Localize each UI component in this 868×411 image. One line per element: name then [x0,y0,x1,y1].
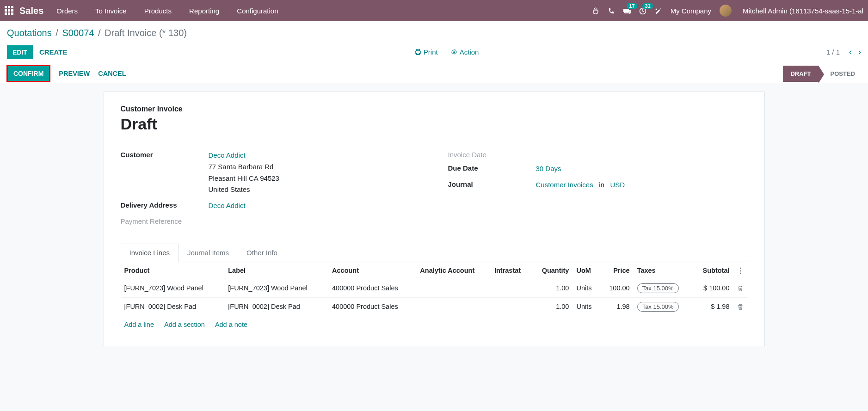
phone-icon[interactable] [608,6,615,15]
tab-journal-items[interactable]: Journal Items [179,244,238,262]
confirm-button[interactable]: CONFIRM [6,65,50,82]
state-posted[interactable]: POSTED [819,66,862,82]
cell-label[interactable]: [FURN_7023] Wood Panel [224,279,328,297]
th-product: Product [121,262,225,279]
edit-button[interactable]: EDIT [7,45,33,59]
customer-label: Customer [121,150,209,196]
journal-value[interactable]: Customer Invoices [536,181,593,189]
cancel-button[interactable]: CANCEL [98,70,126,77]
user-menu[interactable]: Mitchell Admin (16113754-saas-15-1-al [743,7,863,15]
company-selector[interactable]: My Company [671,7,711,15]
th-label: Label [224,262,328,279]
th-taxes: Taxes [634,262,692,279]
control-panel: Quotations / S00074 / Draft Invoice (* 1… [0,21,868,64]
doc-type: Customer Invoice [121,105,748,113]
trash-icon[interactable] [737,303,744,310]
th-price: Price [600,262,633,279]
brand[interactable]: Sales [19,6,43,16]
journal-in: in [599,181,604,189]
th-account: Account [328,262,416,279]
tools-icon[interactable] [655,6,662,15]
tab-invoice-lines[interactable]: Invoice Lines [121,244,179,262]
pager-prev[interactable]: ‹ [849,47,852,57]
th-analytic: Analytic Account [416,262,491,279]
breadcrumb-current: Draft Invoice (* 130) [105,28,187,38]
trash-icon[interactable] [737,284,744,292]
breadcrumb: Quotations / S00074 / Draft Invoice (* 1… [7,28,861,38]
cell-qty[interactable]: 1.00 [531,279,573,297]
print-button[interactable]: Print [415,48,438,56]
nav-orders[interactable]: Orders [56,7,78,15]
nav-to-invoice[interactable]: To Invoice [95,7,127,15]
delivery-label: Delivery Address [121,200,209,212]
payref-label: Payment Reference [121,216,209,225]
cell-analytic[interactable] [416,279,491,297]
cell-intrastat[interactable] [491,279,531,297]
avatar[interactable] [720,5,732,17]
pager-next[interactable]: › [858,47,861,57]
status-bar: CONFIRM PREVIEW CANCEL DRAFT POSTED [0,64,868,83]
invoice-date-label: Invoice Date [448,150,536,159]
th-uom: UoM [573,262,600,279]
nav-configuration[interactable]: Configuration [237,7,278,15]
svg-point-1 [453,51,455,53]
tab-other-info[interactable]: Other Info [238,244,286,262]
preview-button[interactable]: PREVIEW [59,70,90,77]
journal-label: Journal [448,179,536,191]
add-line[interactable]: Add a line [124,321,154,328]
breadcrumb-quotations[interactable]: Quotations [7,28,52,38]
th-quantity: Quantity [531,262,573,279]
column-menu-icon[interactable]: ⋮ [737,267,744,274]
nav-reporting[interactable]: Reporting [189,7,219,15]
table-row[interactable]: [FURN_0002] Desk Pad[FURN_0002] Desk Pad… [121,297,748,316]
cell-uom[interactable]: Units [573,279,600,297]
topbar: Sales Orders To Invoice Products Reporti… [0,0,868,21]
form-sheet: Customer Invoice Draft Customer Deco Add… [104,92,765,346]
nav-products[interactable]: Products [144,7,172,15]
journal-currency[interactable]: USD [610,181,625,189]
create-button[interactable]: CREATE [39,45,68,59]
top-nav: Orders To Invoice Products Reporting Con… [56,7,294,15]
cell-account[interactable]: 400000 Product Sales [328,297,416,316]
pager[interactable]: 1 / 1 [826,48,840,56]
cell-tax[interactable]: Tax 15.00% [634,279,692,297]
messages-badge: 17 [627,3,637,9]
delivery-link[interactable]: Deco Addict [209,202,246,209]
th-subtotal: Subtotal [692,262,733,279]
action-button[interactable]: Action [451,48,479,56]
doc-title: Draft [121,115,748,133]
cell-subtotal: $ 100.00 [692,279,733,297]
cell-price[interactable]: 1.98 [600,297,633,316]
cell-qty[interactable]: 1.00 [531,297,573,316]
printer-icon [415,49,421,55]
tabs: Invoice Lines Journal Items Other Info [121,244,748,262]
cell-product[interactable]: [FURN_0002] Desk Pad [121,297,225,316]
due-date-value[interactable]: 30 Days [536,165,561,172]
gear-icon [451,49,457,55]
customer-link[interactable]: Deco Addict [209,151,246,159]
apps-icon[interactable] [5,6,14,15]
cell-product[interactable]: [FURN_7023] Wood Panel [121,279,225,297]
cell-subtotal: $ 1.98 [692,297,733,316]
activity-icon[interactable]: 31 [639,6,646,15]
invoice-lines-table: Product Label Account Analytic Account I… [121,262,748,316]
addr-line-1: 77 Santa Barbara Rd [209,163,274,171]
due-date-label: Due Date [448,163,536,175]
cell-analytic[interactable] [416,297,491,316]
activity-badge: 31 [642,3,653,9]
cell-label[interactable]: [FURN_0002] Desk Pad [224,297,328,316]
messages-icon[interactable]: 17 [623,6,631,15]
breadcrumb-order[interactable]: S00074 [62,28,94,38]
cell-tax[interactable]: Tax 15.00% [634,297,692,316]
bug-icon[interactable] [592,6,599,15]
status-states: DRAFT POSTED [783,64,862,83]
cell-intrastat[interactable] [491,297,531,316]
add-note[interactable]: Add a note [215,321,247,328]
cell-account[interactable]: 400000 Product Sales [328,279,416,297]
th-intrastat: Intrastat [491,262,531,279]
cell-price[interactable]: 100.00 [600,279,633,297]
cell-uom[interactable]: Units [573,297,600,316]
table-row[interactable]: [FURN_7023] Wood Panel[FURN_7023] Wood P… [121,279,748,297]
state-draft[interactable]: DRAFT [783,66,818,82]
add-section[interactable]: Add a section [164,321,205,328]
